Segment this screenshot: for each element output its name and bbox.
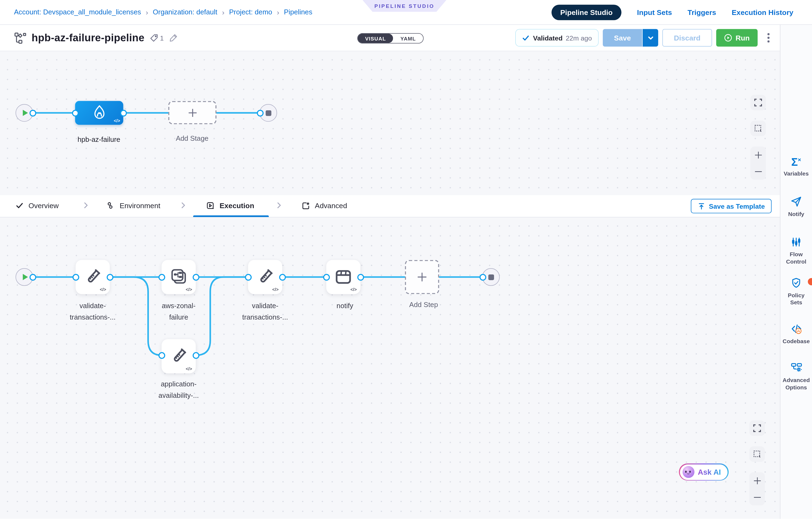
test-tube-icon bbox=[83, 267, 103, 287]
save-dropdown-button[interactable] bbox=[642, 29, 658, 47]
step-card-application-availability[interactable]: </> bbox=[162, 339, 196, 373]
nav-pipeline-studio[interactable]: Pipeline Studio bbox=[551, 4, 621, 20]
check-icon bbox=[16, 201, 24, 209]
step-card-aws-zonal-failure[interactable]: </> bbox=[162, 260, 196, 294]
sidebar-item-policy-sets[interactable]: Policy Sets bbox=[781, 277, 812, 306]
sidebar-item-codebase[interactable]: Codebase bbox=[781, 322, 812, 345]
ask-ai-button[interactable]: Ask AI bbox=[679, 464, 728, 481]
start-play-icon bbox=[23, 274, 28, 280]
fit-to-screen-button[interactable] bbox=[750, 95, 766, 110]
edit-pencil-icon[interactable] bbox=[169, 33, 178, 42]
connector-dot bbox=[244, 273, 251, 281]
stage-tab-bar: Overview Environment bbox=[0, 195, 780, 218]
zoom-out-button[interactable] bbox=[750, 163, 766, 180]
step-card-validate-transactions-2[interactable]: </> bbox=[248, 260, 282, 294]
save-as-template-button[interactable]: Save as Template bbox=[691, 199, 772, 213]
flow-control-sliders-icon bbox=[790, 236, 802, 248]
check-icon bbox=[522, 34, 530, 42]
tab-execution[interactable]: Execution bbox=[206, 195, 254, 216]
code-glyph: </> bbox=[114, 118, 120, 123]
advanced-options-icon bbox=[790, 362, 803, 374]
sidebar-item-variables[interactable]: Σ× Variables bbox=[781, 154, 812, 177]
tag-icon bbox=[150, 33, 158, 42]
breadcrumb-pipelines[interactable]: Pipelines bbox=[284, 8, 312, 16]
discard-button[interactable]: Discard bbox=[662, 29, 712, 47]
tab-environment-label: Environment bbox=[120, 201, 160, 209]
save-as-template-label: Save as Template bbox=[709, 202, 765, 210]
end-stop-icon bbox=[265, 110, 271, 116]
tab-overview[interactable]: Overview bbox=[16, 195, 59, 216]
start-play-icon bbox=[23, 110, 28, 116]
zoom-in-button[interactable] bbox=[750, 146, 766, 163]
tab-execution-label: Execution bbox=[220, 201, 254, 209]
add-step-label: Add Step bbox=[387, 299, 460, 311]
connector-dot bbox=[29, 110, 36, 116]
upload-icon bbox=[698, 202, 705, 210]
run-button[interactable]: Run bbox=[716, 29, 757, 47]
paper-plane-icon bbox=[790, 196, 802, 208]
zoom-controls bbox=[750, 146, 766, 180]
toggle-visual[interactable]: VISUAL bbox=[358, 34, 393, 43]
page-title: hpb-az-failure-pipeline bbox=[31, 32, 144, 44]
app-root: Account: Devspace_all_module_licenses › … bbox=[0, 0, 812, 519]
tab-environment[interactable]: Environment bbox=[106, 195, 160, 216]
fullscreen-icon bbox=[753, 424, 761, 432]
sidebar-item-label: Advanced Options bbox=[782, 376, 811, 391]
notify-panel-icon bbox=[334, 267, 353, 287]
environment-hexagons-icon bbox=[106, 201, 115, 210]
run-label: Run bbox=[736, 34, 750, 42]
fit-to-screen-button[interactable] bbox=[749, 421, 765, 436]
add-step-button[interactable] bbox=[405, 260, 439, 294]
plus-icon bbox=[416, 271, 428, 283]
minus-icon bbox=[753, 493, 761, 501]
breadcrumb-organization[interactable]: Organization: default bbox=[153, 8, 217, 16]
toggle-yaml[interactable]: YAML bbox=[393, 34, 423, 43]
code-glyph: </> bbox=[186, 366, 192, 371]
save-button[interactable]: Save bbox=[603, 29, 642, 47]
breadcrumb-account[interactable]: Account: Devspace_all_module_licenses bbox=[14, 8, 141, 16]
chevron-right-icon bbox=[82, 201, 90, 209]
chaos-experiment-stack-icon bbox=[169, 267, 188, 287]
tab-advanced[interactable]: Advanced bbox=[301, 195, 347, 216]
plus-icon bbox=[187, 107, 198, 118]
nav-input-sets[interactable]: Input Sets bbox=[637, 8, 672, 16]
connector-dot bbox=[480, 273, 486, 281]
connector-dot bbox=[107, 273, 113, 281]
step-label: notify bbox=[309, 300, 381, 312]
tab-overview-label: Overview bbox=[29, 201, 59, 209]
step-card-validate-transactions-1[interactable]: </> bbox=[76, 260, 110, 294]
zoom-controls bbox=[749, 472, 765, 506]
stage-canvas[interactable]: </> hpb-az-failure Add Stage bbox=[0, 51, 780, 195]
connector-dot bbox=[158, 352, 165, 359]
sidebar-item-label: Variables bbox=[782, 170, 811, 177]
test-tube-icon bbox=[255, 267, 275, 287]
add-stage-button[interactable] bbox=[168, 101, 216, 124]
execution-canvas[interactable]: </> </> bbox=[0, 218, 780, 519]
connector-dot bbox=[279, 273, 286, 281]
nav-execution-history[interactable]: Execution History bbox=[732, 8, 793, 16]
code-glyph: </> bbox=[186, 287, 192, 292]
zoom-in-button[interactable] bbox=[749, 472, 765, 489]
top-nav-links: Pipeline Studio Input Sets Triggers Exec… bbox=[551, 0, 793, 25]
validated-badge[interactable]: Validated 22m ago bbox=[516, 29, 599, 47]
sidebar-item-notify[interactable]: Notify bbox=[781, 196, 812, 218]
step-label: aws-zonal-failure bbox=[142, 300, 215, 323]
multi-select-button[interactable] bbox=[749, 446, 765, 462]
connector-dot bbox=[158, 273, 165, 281]
minus-icon bbox=[754, 167, 762, 176]
tags-indicator[interactable]: 1 bbox=[150, 33, 164, 42]
stage-node-hpb-az-failure[interactable]: </> bbox=[75, 101, 123, 125]
validated-time: 22m ago bbox=[566, 34, 592, 42]
zoom-out-button[interactable] bbox=[749, 489, 765, 506]
sidebar-item-flow-control[interactable]: Flow Control bbox=[781, 236, 812, 265]
nav-triggers[interactable]: Triggers bbox=[688, 8, 716, 16]
connector-dot bbox=[257, 110, 263, 116]
sidebar-item-label: Notify bbox=[782, 210, 811, 218]
breadcrumb-project[interactable]: Project: demo bbox=[229, 8, 272, 16]
step-label: validate-transactions-... bbox=[57, 300, 129, 323]
more-options-kebab[interactable] bbox=[764, 29, 773, 47]
multi-select-button[interactable] bbox=[750, 121, 766, 136]
sidebar-item-advanced-options[interactable]: Advanced Options bbox=[781, 362, 812, 391]
title-actions: Validated 22m ago Save Discard bbox=[516, 25, 773, 51]
step-card-notify[interactable]: </> bbox=[326, 260, 360, 294]
